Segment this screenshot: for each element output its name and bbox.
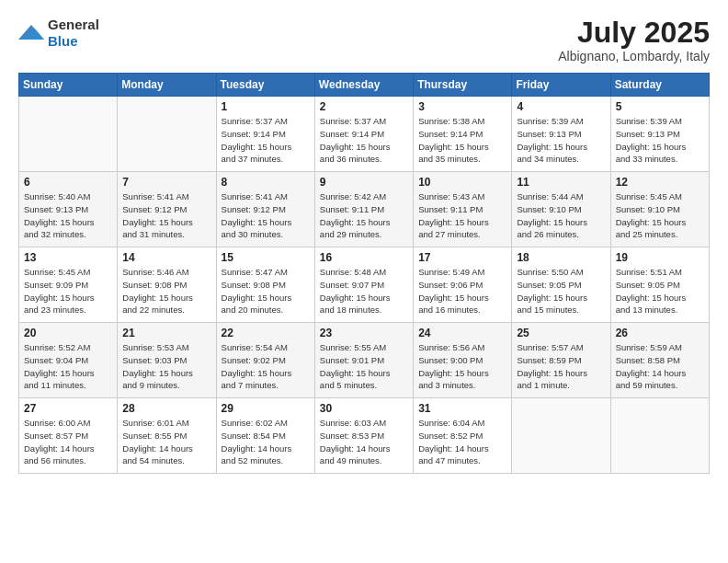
day-number: 24	[418, 327, 506, 339]
logo-general: General	[48, 17, 99, 32]
calendar-week-4: 20Sunrise: 5:52 AM Sunset: 9:04 PM Dayli…	[19, 323, 710, 398]
day-number: 28	[122, 402, 210, 415]
calendar-cell: 4Sunrise: 5:39 AM Sunset: 9:13 PM Daylig…	[512, 97, 610, 172]
day-number: 20	[24, 327, 112, 339]
day-number: 29	[222, 402, 310, 415]
day-detail: Sunrise: 5:45 AM Sunset: 9:09 PM Dayligh…	[24, 266, 112, 316]
calendar-cell: 8Sunrise: 5:41 AM Sunset: 9:12 PM Daylig…	[216, 172, 314, 247]
calendar-cell: 30Sunrise: 6:03 AM Sunset: 8:53 PM Dayli…	[314, 398, 413, 474]
day-detail: Sunrise: 5:37 AM Sunset: 9:14 PM Dayligh…	[222, 115, 310, 166]
calendar-cell	[118, 97, 216, 172]
day-number: 11	[517, 176, 605, 189]
day-number: 8	[222, 176, 310, 189]
calendar-cell: 9Sunrise: 5:42 AM Sunset: 9:11 PM Daylig…	[314, 172, 413, 247]
calendar-cell: 5Sunrise: 5:39 AM Sunset: 9:13 PM Daylig…	[610, 97, 709, 172]
day-number: 4	[517, 100, 605, 113]
day-number: 16	[320, 251, 408, 264]
calendar-cell: 27Sunrise: 6:00 AM Sunset: 8:57 PM Dayli…	[19, 398, 118, 474]
day-detail: Sunrise: 5:53 AM Sunset: 9:03 PM Dayligh…	[122, 341, 210, 392]
day-number: 10	[418, 176, 506, 189]
day-number: 15	[222, 251, 310, 264]
calendar-week-5: 27Sunrise: 6:00 AM Sunset: 8:57 PM Dayli…	[19, 398, 710, 474]
calendar-cell: 1Sunrise: 5:37 AM Sunset: 9:14 PM Daylig…	[216, 97, 314, 172]
col-header-wednesday: Wednesday	[314, 74, 413, 97]
day-detail: Sunrise: 6:04 AM Sunset: 8:52 PM Dayligh…	[418, 417, 506, 467]
day-number: 12	[616, 176, 704, 189]
calendar-cell: 12Sunrise: 5:45 AM Sunset: 9:10 PM Dayli…	[610, 172, 709, 247]
header: General Blue July 2025 Albignano, Lombar…	[18, 17, 710, 63]
day-detail: Sunrise: 5:55 AM Sunset: 9:01 PM Dayligh…	[320, 341, 408, 392]
day-detail: Sunrise: 5:48 AM Sunset: 9:07 PM Dayligh…	[320, 266, 408, 316]
day-detail: Sunrise: 5:41 AM Sunset: 9:12 PM Dayligh…	[122, 190, 210, 241]
calendar-cell: 28Sunrise: 6:01 AM Sunset: 8:55 PM Dayli…	[118, 398, 216, 474]
calendar-cell: 25Sunrise: 5:57 AM Sunset: 8:59 PM Dayli…	[512, 323, 610, 398]
col-header-monday: Monday	[118, 74, 216, 97]
calendar-week-2: 6Sunrise: 5:40 AM Sunset: 9:13 PM Daylig…	[19, 172, 710, 247]
day-detail: Sunrise: 6:01 AM Sunset: 8:55 PM Dayligh…	[122, 417, 210, 467]
day-number: 19	[616, 251, 704, 264]
day-detail: Sunrise: 6:02 AM Sunset: 8:54 PM Dayligh…	[222, 417, 310, 467]
day-number: 17	[418, 251, 506, 264]
calendar-cell: 21Sunrise: 5:53 AM Sunset: 9:03 PM Dayli…	[118, 323, 216, 398]
day-number: 26	[616, 327, 704, 339]
day-detail: Sunrise: 5:57 AM Sunset: 8:59 PM Dayligh…	[517, 341, 605, 392]
day-number: 5	[616, 100, 704, 113]
calendar-cell: 6Sunrise: 5:40 AM Sunset: 9:13 PM Daylig…	[19, 172, 118, 247]
day-number: 9	[320, 176, 408, 189]
calendar-cell: 23Sunrise: 5:55 AM Sunset: 9:01 PM Dayli…	[314, 323, 413, 398]
day-number: 13	[24, 251, 112, 264]
location: Albignano, Lombardy, Italy	[558, 49, 710, 63]
day-detail: Sunrise: 5:49 AM Sunset: 9:06 PM Dayligh…	[418, 266, 506, 316]
day-detail: Sunrise: 5:44 AM Sunset: 9:10 PM Dayligh…	[517, 190, 605, 241]
day-detail: Sunrise: 5:38 AM Sunset: 9:14 PM Dayligh…	[418, 115, 506, 166]
logo: General Blue	[18, 17, 99, 50]
col-header-tuesday: Tuesday	[216, 74, 314, 97]
calendar-table: SundayMondayTuesdayWednesdayThursdayFrid…	[18, 73, 710, 474]
calendar-cell: 31Sunrise: 6:04 AM Sunset: 8:52 PM Dayli…	[414, 398, 512, 474]
day-number: 14	[122, 251, 210, 264]
day-detail: Sunrise: 5:47 AM Sunset: 9:08 PM Dayligh…	[222, 266, 310, 316]
calendar-header-row: SundayMondayTuesdayWednesdayThursdayFrid…	[19, 74, 710, 97]
day-number: 23	[320, 327, 408, 339]
day-detail: Sunrise: 5:59 AM Sunset: 8:58 PM Dayligh…	[616, 341, 704, 392]
calendar-cell	[19, 97, 118, 172]
page: General Blue July 2025 Albignano, Lombar…	[0, 0, 728, 563]
calendar-cell: 18Sunrise: 5:50 AM Sunset: 9:05 PM Dayli…	[512, 247, 610, 323]
calendar-cell: 7Sunrise: 5:41 AM Sunset: 9:12 PM Daylig…	[118, 172, 216, 247]
day-detail: Sunrise: 5:39 AM Sunset: 9:13 PM Dayligh…	[517, 115, 605, 166]
day-number: 18	[517, 251, 605, 264]
calendar-cell: 14Sunrise: 5:46 AM Sunset: 9:08 PM Dayli…	[118, 247, 216, 323]
day-detail: Sunrise: 5:42 AM Sunset: 9:11 PM Dayligh…	[320, 190, 408, 241]
day-detail: Sunrise: 5:56 AM Sunset: 9:00 PM Dayligh…	[418, 341, 506, 392]
col-header-saturday: Saturday	[610, 74, 709, 97]
col-header-sunday: Sunday	[19, 74, 118, 97]
calendar-cell	[512, 398, 610, 474]
calendar-week-1: 1Sunrise: 5:37 AM Sunset: 9:14 PM Daylig…	[19, 97, 710, 172]
day-detail: Sunrise: 5:45 AM Sunset: 9:10 PM Dayligh…	[616, 190, 704, 241]
calendar-cell: 10Sunrise: 5:43 AM Sunset: 9:11 PM Dayli…	[414, 172, 512, 247]
calendar-cell: 15Sunrise: 5:47 AM Sunset: 9:08 PM Dayli…	[216, 247, 314, 323]
calendar-cell: 17Sunrise: 5:49 AM Sunset: 9:06 PM Dayli…	[414, 247, 512, 323]
day-detail: Sunrise: 5:51 AM Sunset: 9:05 PM Dayligh…	[616, 266, 704, 316]
calendar-cell: 19Sunrise: 5:51 AM Sunset: 9:05 PM Dayli…	[610, 247, 709, 323]
day-detail: Sunrise: 5:43 AM Sunset: 9:11 PM Dayligh…	[418, 190, 506, 241]
calendar-cell: 29Sunrise: 6:02 AM Sunset: 8:54 PM Dayli…	[216, 398, 314, 474]
day-detail: Sunrise: 5:37 AM Sunset: 9:14 PM Dayligh…	[320, 115, 408, 166]
day-number: 31	[418, 402, 506, 415]
day-detail: Sunrise: 5:41 AM Sunset: 9:12 PM Dayligh…	[222, 190, 310, 241]
calendar-cell: 2Sunrise: 5:37 AM Sunset: 9:14 PM Daylig…	[314, 97, 413, 172]
calendar-cell: 24Sunrise: 5:56 AM Sunset: 9:00 PM Dayli…	[414, 323, 512, 398]
day-detail: Sunrise: 5:40 AM Sunset: 9:13 PM Dayligh…	[24, 190, 112, 241]
title-block: July 2025 Albignano, Lombardy, Italy	[558, 17, 710, 63]
day-number: 22	[222, 327, 310, 339]
day-number: 25	[517, 327, 605, 339]
day-detail: Sunrise: 6:03 AM Sunset: 8:53 PM Dayligh…	[320, 417, 408, 467]
calendar-cell: 3Sunrise: 5:38 AM Sunset: 9:14 PM Daylig…	[414, 97, 512, 172]
day-detail: Sunrise: 5:52 AM Sunset: 9:04 PM Dayligh…	[24, 341, 112, 392]
day-number: 7	[122, 176, 210, 189]
calendar-cell: 20Sunrise: 5:52 AM Sunset: 9:04 PM Dayli…	[19, 323, 118, 398]
logo-icon	[18, 23, 44, 43]
col-header-friday: Friday	[512, 74, 610, 97]
day-detail: Sunrise: 5:39 AM Sunset: 9:13 PM Dayligh…	[616, 115, 704, 166]
calendar-cell	[610, 398, 709, 474]
